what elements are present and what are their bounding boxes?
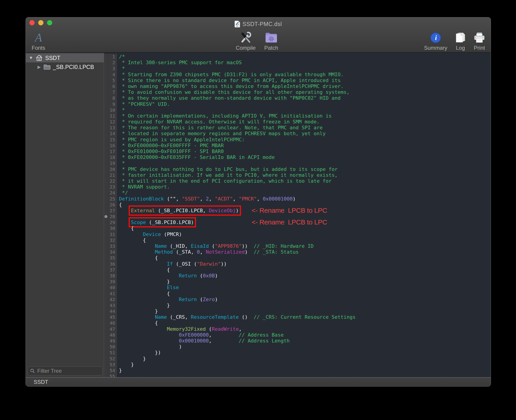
filter-tree-input[interactable] [37, 368, 108, 374]
disclosure-down-icon[interactable]: ▼ [29, 55, 33, 60]
code-line[interactable]: 6 * own naming "APP9876" to access this … [104, 83, 491, 89]
sidebar: ▼ SSDT ▶ [26, 53, 104, 377]
code-line[interactable]: 45 Name (_CRS, ResourceTemplate () // _C… [104, 314, 491, 320]
code-line[interactable]: 51 }) [104, 350, 491, 356]
code-editor[interactable]: 1/*2 * Intel 300-series PMC support for … [104, 53, 491, 377]
code-line[interactable]: 40 Else [104, 285, 491, 291]
code-line[interactable]: 7 * To avoid confusion we disable this d… [104, 89, 491, 95]
folder-icon [43, 64, 51, 70]
line-number: 3 [104, 66, 117, 71]
code-line[interactable]: 5 * Since there is no standard device fo… [104, 77, 491, 83]
disclosure-right-icon[interactable]: ▶ [37, 64, 42, 70]
line-number: 45 [104, 314, 117, 320]
code-line[interactable]: 53 } [104, 362, 491, 368]
code-text: 0xFE000000, // Address Base [117, 332, 284, 338]
code-line[interactable]: 20 * PMC device has nothing to do to LPC… [104, 166, 491, 172]
code-line[interactable]: 18 * 0xFE020000~0xFE035FFF - SerialIo BA… [104, 154, 491, 160]
code-line[interactable]: 36 If (_OSI ("Darwin")) [104, 261, 491, 267]
code-line[interactable]: 52 } [104, 356, 491, 362]
code-line[interactable]: 4 * Starting from Z390 chipsets PMC (D31… [104, 72, 491, 77]
compile-button[interactable]: Compile [236, 31, 256, 51]
code-line[interactable]: 16 * 0xFE000000~0xFE00FFFF - PMC MBAR [104, 143, 491, 149]
code-line[interactable]: 19 * [104, 160, 491, 166]
code-line[interactable]: 21 * faster initialisation. If we add it… [104, 172, 491, 178]
line-number: 5 [104, 77, 117, 83]
code-line[interactable]: 30 { [104, 225, 491, 231]
code-line[interactable]: 43 } [104, 302, 491, 308]
code-line[interactable]: 48 0xFE000000, // Address Base [104, 332, 491, 338]
filter-field[interactable] [28, 367, 102, 375]
line-number: 6 [104, 83, 117, 89]
code-line[interactable]: 42 Return (Zero) [104, 297, 491, 302]
print-button[interactable]: Print [473, 31, 485, 51]
patch-button[interactable]: Patch [264, 31, 278, 51]
code-text: } [117, 368, 122, 374]
minimize-button[interactable] [38, 20, 43, 25]
code-line[interactable]: 44 } [104, 308, 491, 314]
code-text: * "PCHRESV" UID. [117, 101, 170, 107]
close-button[interactable] [29, 20, 35, 25]
code-line[interactable]: 2 * Intel 300-series PMC support for mac… [104, 60, 491, 66]
code-line[interactable]: 9 * "PCHRESV" UID. [104, 101, 491, 107]
line-number: 12 [104, 119, 117, 125]
code-line[interactable]: 8 * as they normally use another non-sta… [104, 95, 491, 101]
code-line[interactable]: 38 Return (0x0B) [104, 273, 491, 279]
line-number: 2 [104, 60, 117, 66]
code-line[interactable]: 1/* [104, 54, 491, 60]
code-text: ) [117, 344, 182, 350]
code-text: } [117, 356, 146, 362]
code-line[interactable]: 17 * 0xFE010000~0xFE010FFF - SPI BAR0 [104, 149, 491, 154]
code-line[interactable]: 35 { [104, 255, 491, 261]
code-line[interactable]: 22 * it will start in the end of PCI con… [104, 178, 491, 184]
code-line[interactable]: 47 Memory32Fixed (ReadWrite, [104, 326, 491, 332]
code-line[interactable]: 15 * PMC region is used by AppleIntelPCH… [104, 137, 491, 143]
code-line[interactable]: 31 Device (PMCR) [104, 232, 491, 237]
code-line[interactable]: 13 * The reason for this is rather uncle… [104, 125, 491, 131]
code-line[interactable]: 34 Method (_STA, 0, NotSerialized) // _S… [104, 249, 491, 255]
code-line[interactable]: 10 * [104, 107, 491, 113]
line-number: 49 [104, 338, 117, 344]
compile-icon [239, 31, 252, 44]
code-line[interactable]: 27 External (_SB_.PCI0.LPCB, DeviceObj)<… [104, 208, 491, 214]
code-line[interactable]: 25DefinitionBlock ("", "SSDT", 2, "ACDT"… [104, 196, 491, 202]
titlebar[interactable]: DSL SSDT-PMC.dsl [26, 17, 491, 30]
line-number: 50 [104, 344, 117, 350]
tree-row-ssdt[interactable]: ▼ SSDT [26, 53, 104, 62]
status-bar: SSDT [26, 377, 491, 386]
code-line[interactable]: 50 ) [104, 344, 491, 350]
code-text: /* [117, 54, 125, 60]
code-line[interactable]: 49 0x00010000, // Address Length [104, 338, 491, 344]
code-text: * as they normally use another non-stand… [117, 95, 341, 101]
zoom-button[interactable] [47, 20, 52, 25]
code-line[interactable]: 12 * required for NVRAM access. Otherwis… [104, 119, 491, 125]
code-line[interactable]: 32 { [104, 237, 491, 243]
code-line[interactable]: 39 } [104, 279, 491, 285]
code-line[interactable]: 14 * located in separate memory regions … [104, 131, 491, 136]
log-button[interactable]: Log [455, 31, 466, 51]
code-line[interactable]: 46 { [104, 320, 491, 326]
summary-button[interactable]: i Summary [424, 31, 447, 51]
code-line[interactable]: 23 * NVRAM support. [104, 184, 491, 190]
line-number: 42 [104, 297, 117, 302]
code-line[interactable]: 37 { [104, 267, 491, 273]
code-line[interactable]: 41 { [104, 291, 491, 297]
code-text: * [117, 160, 125, 166]
code-text: * required for NVRAM access. Otherwise i… [117, 119, 319, 125]
code-line[interactable]: 29 Scope (_SB.PCI0.LPCB)<- Rename LPCB t… [104, 219, 491, 225]
code-line[interactable]: 33 Name (_HID, EisaId ("APP9876")) // _H… [104, 243, 491, 249]
window-header: DSL SSDT-PMC.dsl A Fonts [26, 17, 491, 53]
code-line[interactable]: 24 */ [104, 190, 491, 196]
rename-annotation: <- Rename LPCB to LPC [252, 219, 327, 225]
code-text: * Starting from Z390 chipsets PMC (D31:F… [117, 72, 343, 77]
code-line[interactable]: 3 * [104, 66, 491, 71]
code-line[interactable]: 55 [104, 374, 491, 377]
code-line[interactable]: 11 * On certain implementations, includi… [104, 113, 491, 119]
code-line[interactable]: 54} [104, 368, 491, 374]
printer-icon [473, 31, 485, 44]
code-text: * it will start in the end of PCI config… [117, 178, 332, 184]
tree-row-lpcb[interactable]: ▶ _SB.PCI0.LPCB [26, 62, 104, 71]
traffic-lights [29, 20, 52, 25]
code-text: * 0xFE000000~0xFE00FFFF - PMC MBAR [117, 143, 224, 149]
fonts-button[interactable]: A Fonts [32, 31, 45, 51]
code-text: * NVRAM support. [117, 184, 170, 190]
